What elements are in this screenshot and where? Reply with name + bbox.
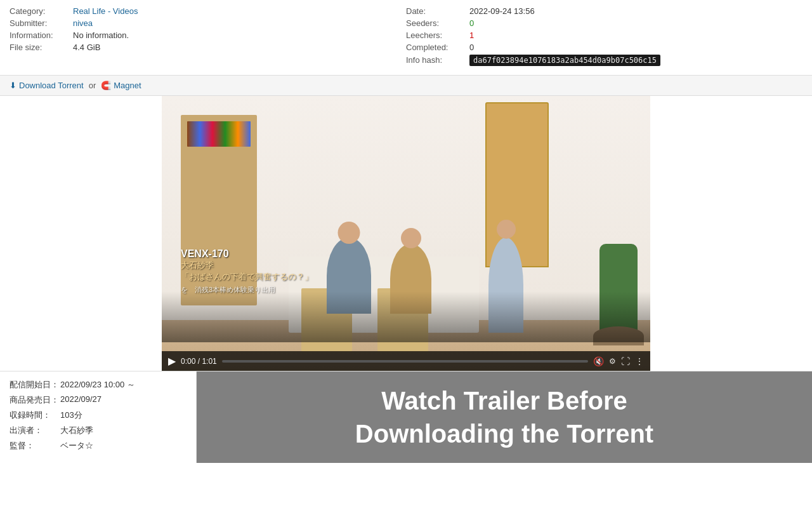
separator-text: or <box>89 81 96 90</box>
sale-label: 商品発売日： <box>10 394 60 406</box>
video-code: VENX-170 <box>181 248 313 260</box>
video-wrapper: VENX-170 大石紗季 「おばさんの下着で興奮するの？」 を 消残3本棒め体… <box>0 96 812 371</box>
video-controls[interactable]: ▶ 0:00 / 1:01 🔇 ⚙ ⛶ ⋮ <box>162 351 650 371</box>
filesize-row: File size: 4.4 GiB <box>10 43 406 52</box>
more-icon[interactable]: ⋮ <box>635 356 644 366</box>
video-gradient <box>162 291 650 342</box>
sale-value: 2022/09/27 <box>60 394 102 406</box>
play-button[interactable]: ▶ <box>168 355 176 367</box>
information-label: Information: <box>10 30 73 40</box>
completed-label: Completed: <box>406 43 469 52</box>
trailer-line1: Watch Trailer Before <box>381 387 627 415</box>
video-container[interactable]: VENX-170 大石紗季 「おばさんの下着で興奮するの？」 を 消残3本棒め体… <box>162 96 650 371</box>
completed-row: Completed: 0 <box>406 43 802 52</box>
date-value: 2022-09-24 13:56 <box>469 6 535 16</box>
time-display: 0:00 / 1:01 <box>181 357 217 366</box>
submitter-label: Submitter: <box>10 18 73 28</box>
video-subtitle: 「おばさんの下着で興奮するの？」 <box>181 271 313 283</box>
magnet-icon: 🧲 <box>101 81 111 90</box>
info-left: Category: Real Life - Videos Submitter: … <box>10 6 406 69</box>
time-current: 0:00 <box>181 357 195 366</box>
info-section: Category: Real Life - Videos Submitter: … <box>0 0 812 76</box>
bottom-section: 配信開始日： 2022/09/23 10:00 ～ 商品発売日： 2022/09… <box>0 371 812 463</box>
actress-label: 出演者： <box>10 425 60 436</box>
leechers-label: Leechers: <box>406 30 469 40</box>
completed-value: 0 <box>469 43 474 52</box>
fullscreen-icon[interactable]: ⛶ <box>621 356 630 366</box>
magnet-label: Magnet <box>114 81 141 90</box>
video-overlay-text: VENX-170 大石紗季 「おばさんの下着で興奮するの？」 を 消残3本棒め体… <box>181 248 313 295</box>
category-value[interactable]: Real Life - Videos <box>73 6 138 16</box>
download-torrent-link[interactable]: ⬇ Download Torrent <box>10 81 84 90</box>
infohash-row: Info hash: da67f023894e1076183a2ab454d0a… <box>406 55 802 66</box>
duration-value: 103分 <box>60 410 82 421</box>
metadata-section: 配信開始日： 2022/09/23 10:00 ～ 商品発売日： 2022/09… <box>0 371 197 463</box>
video-thumbnail: VENX-170 大石紗季 「おばさんの下着で興奮するの？」 を 消残3本棒め体… <box>162 96 650 371</box>
filesize-value: 4.4 GiB <box>73 43 100 52</box>
category-label: Category: <box>10 6 73 16</box>
date-label: Date: <box>406 6 469 16</box>
seeders-row: Seeders: 0 <box>406 18 802 28</box>
information-value: No information. <box>73 30 129 40</box>
sale-row: 商品発売日： 2022/09/27 <box>10 394 187 406</box>
duration-row: 収録時間： 103分 <box>10 410 187 421</box>
duration-label: 収録時間： <box>10 410 60 421</box>
settings-icon[interactable]: ⚙ <box>609 357 616 366</box>
video-section: VENX-170 大石紗季 「おばさんの下着で興奮するの？」 を 消残3本棒め体… <box>162 96 650 371</box>
watch-trailer-text: Watch Trailer Before Downloading the Tor… <box>343 371 666 463</box>
category-row: Category: Real Life - Videos <box>10 6 406 16</box>
control-icons: 🔇 ⚙ ⛶ ⋮ <box>593 356 644 366</box>
actress-row: 出演者： 大石紗季 <box>10 425 187 436</box>
director-row: 監督： ベータ☆ <box>10 440 187 451</box>
download-icon: ⬇ <box>10 81 16 90</box>
time-total: 1:01 <box>202 357 216 366</box>
magnet-link[interactable]: 🧲 Magnet <box>101 81 141 90</box>
download-torrent-label: Download Torrent <box>19 81 84 90</box>
submitter-row: Submitter: nivea <box>10 18 406 28</box>
distribution-label: 配信開始日： <box>10 379 60 391</box>
infohash-value: da67f023894e1076183a2ab454d0a9b07c506c15 <box>469 55 660 66</box>
trailer-line2: Downloading the Torrent <box>355 420 653 448</box>
mute-icon[interactable]: 🔇 <box>593 356 604 366</box>
seeders-label: Seeders: <box>406 18 469 28</box>
info-right: Date: 2022-09-24 13:56 Seeders: 0 Leeche… <box>406 6 802 69</box>
leechers-value: 1 <box>469 30 474 40</box>
filesize-label: File size: <box>10 43 73 52</box>
actress-value: 大石紗季 <box>60 425 93 436</box>
submitter-value[interactable]: nivea <box>73 18 93 28</box>
distribution-value: 2022/09/23 10:00 ～ <box>60 379 135 391</box>
information-row: Information: No information. <box>10 30 406 40</box>
leechers-row: Leechers: 1 <box>406 30 802 40</box>
director-value: ベータ☆ <box>60 440 93 451</box>
progress-bar[interactable] <box>222 360 588 363</box>
date-row: Date: 2022-09-24 13:56 <box>406 6 802 16</box>
watch-trailer-overlay[interactable]: Watch Trailer Before Downloading the Tor… <box>197 371 812 463</box>
door <box>485 102 549 267</box>
distribution-row: 配信開始日： 2022/09/23 10:00 ～ <box>10 379 187 391</box>
seeders-value: 0 <box>469 18 474 28</box>
infohash-label: Info hash: <box>406 55 469 65</box>
director-label: 監督： <box>10 440 60 451</box>
video-actress: 大石紗季 <box>181 260 313 271</box>
download-bar: ⬇ Download Torrent or 🧲 Magnet <box>0 76 812 96</box>
